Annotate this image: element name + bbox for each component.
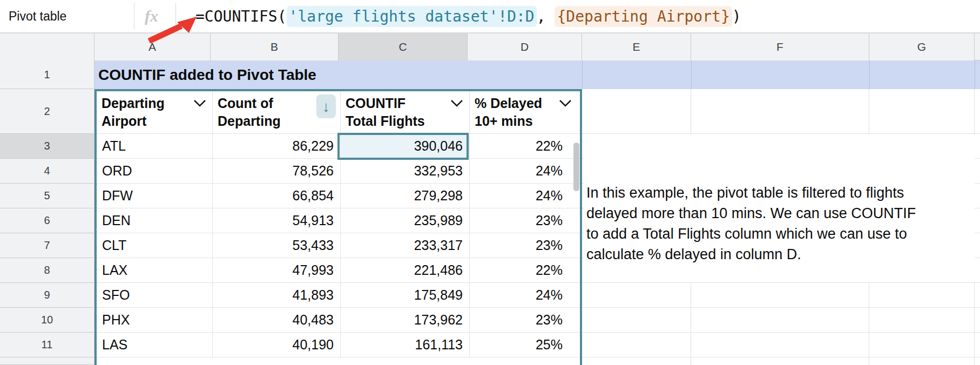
column-header-f[interactable]: F [691,33,869,60]
gridline [582,60,583,89]
title-row: COUNTIF added to Pivot Table [94,60,980,89]
column-header-c[interactable]: C [339,33,468,60]
row-header-4[interactable]: 4 [0,159,94,184]
red-arrow-annotation-icon [144,13,200,43]
table-row: CLT 53,433 233,317 23% [97,233,580,258]
formula-separator: , [537,8,555,25]
row-header-6[interactable]: 6 [0,208,94,233]
table-row: LAX 47,993 221,486 22% [97,258,580,283]
cell-a11[interactable]: LAS [97,333,213,357]
chevron-down-icon[interactable] [450,99,464,107]
table-row: ORD 78,526 332,953 24% [97,159,580,184]
pivot-header-countif-total-flights[interactable]: COUNTIF Total Flights [341,91,470,133]
gridline [582,332,980,333]
header-line: Airport [102,113,146,129]
cell-b9[interactable]: 41,893 [213,283,341,307]
header-line: Departing [218,113,281,129]
table-row: LAS 40,190 161,113 25% [97,333,580,357]
row-header-1[interactable]: 1 [0,60,94,89]
cell-d8[interactable]: 22% [470,258,580,282]
cell-b8[interactable]: 47,993 [213,258,341,282]
cell-c11[interactable]: 161,113 [341,333,470,357]
cell-a3[interactable]: ATL [97,134,213,158]
pivot-table: Departing Airport Count of Departing ↓ C… [94,89,582,365]
annotation-line: In this example, the pivot table is filt… [586,182,973,203]
cell-d6[interactable]: 23% [470,208,580,233]
cell-d5[interactable]: 24% [470,184,580,208]
active-cell-selection-border [337,133,469,160]
pivot-header-pct-delayed[interactable]: % Delayed 10+ mins [470,91,580,133]
pivot-header-row: Departing Airport Count of Departing ↓ C… [97,91,580,134]
column-header-d[interactable]: D [468,33,582,60]
formula-input[interactable]: =COUNTIFS('large flights dataset'!D:D, {… [195,0,741,32]
cell-d9[interactable]: 24% [470,283,580,307]
annotation-cell-text[interactable]: In this example, the pivot table is filt… [586,182,973,265]
formula-array-token: {Departing Airport} [555,6,732,27]
divider [134,3,134,29]
cell-d7[interactable]: 23% [470,233,580,258]
sheet-title-cell[interactable]: COUNTIF added to Pivot Table [98,60,316,89]
cell-b6[interactable]: 54,913 [213,208,341,233]
cell-b3[interactable]: 86,229 [213,134,341,158]
chevron-down-icon[interactable] [558,99,572,107]
cell-b11[interactable]: 40,190 [213,333,341,357]
header-line: 10+ mins [475,113,533,129]
annotation-line: to add a Total Flights column which we c… [586,224,973,244]
column-header-e[interactable]: E [582,33,691,60]
cell-a9[interactable]: SFO [97,283,213,307]
annotation-line: delayed more than 10 mins. We can use CO… [586,203,973,224]
row-header-7[interactable]: 7 [0,233,94,258]
select-all-corner[interactable] [0,33,94,60]
row-header-8[interactable]: 8 [0,258,94,283]
name-box[interactable]: Pivot table [9,0,127,32]
cell-a8[interactable]: LAX [97,258,213,282]
row-header-10[interactable]: 10 [0,308,94,333]
row-header-12-partial[interactable] [0,357,94,365]
cell-d3[interactable]: 22% [470,134,580,158]
row-header-5[interactable]: 5 [0,184,94,208]
chevron-down-icon[interactable] [193,99,207,107]
cell-a10[interactable]: PHX [97,308,213,332]
sort-descending-icon[interactable]: ↓ [316,94,336,118]
cell-b5[interactable]: 66,854 [213,184,341,208]
column-header-g[interactable]: G [869,33,975,60]
formula-range-token: 'large flights dataset'!D:D [287,6,537,27]
pivot-header-count-of-departing[interactable]: Count of Departing ↓ [213,91,341,133]
gridline [582,307,980,308]
cell-b7[interactable]: 53,433 [213,233,341,258]
header-line: Count of [218,96,273,111]
cell-c10[interactable]: 173,962 [341,308,470,332]
cell-b10[interactable]: 40,483 [213,308,341,332]
cell-a7[interactable]: CLT [97,233,213,258]
column-header-b[interactable]: B [211,33,339,60]
cell-b4[interactable]: 78,526 [213,159,341,183]
cell-c5[interactable]: 279,298 [341,184,470,208]
cell-a4[interactable]: ORD [97,159,213,183]
header-line: Departing [102,96,165,111]
table-row: PHX 40,483 173,962 23% [97,308,580,333]
pivot-header-departing-airport[interactable]: Departing Airport [97,91,213,133]
cell-d4[interactable]: 24% [470,159,580,183]
cell-c8[interactable]: 221,486 [341,258,470,282]
formula-prefix: =COUNTIFS( [195,8,287,25]
cell-c7[interactable]: 233,317 [341,233,470,258]
row-header-2[interactable]: 2 [0,89,94,134]
cell-a5[interactable]: DFW [97,184,213,208]
scrollbar-thumb[interactable] [573,143,579,191]
row-header-3[interactable]: 3 [0,134,94,159]
row-header-11[interactable]: 11 [0,333,94,357]
gridline [975,60,975,89]
cell-c9[interactable]: 175,849 [341,283,470,307]
spreadsheet-window: Pivot table fx =COUNTIFS('large flights … [0,0,980,365]
gridline [691,60,692,89]
table-row: DFW 66,854 279,298 24% [97,184,580,208]
header-line: COUNTIF [346,96,405,111]
gridline [582,357,980,357]
cell-c6[interactable]: 235,989 [341,208,470,233]
cell-c4[interactable]: 332,953 [341,159,470,183]
row-header-9[interactable]: 9 [0,283,94,308]
cell-d10[interactable]: 23% [470,308,580,332]
cell-d11[interactable]: 25% [470,333,580,357]
cell-a6[interactable]: DEN [97,208,213,233]
gridline [869,60,870,89]
